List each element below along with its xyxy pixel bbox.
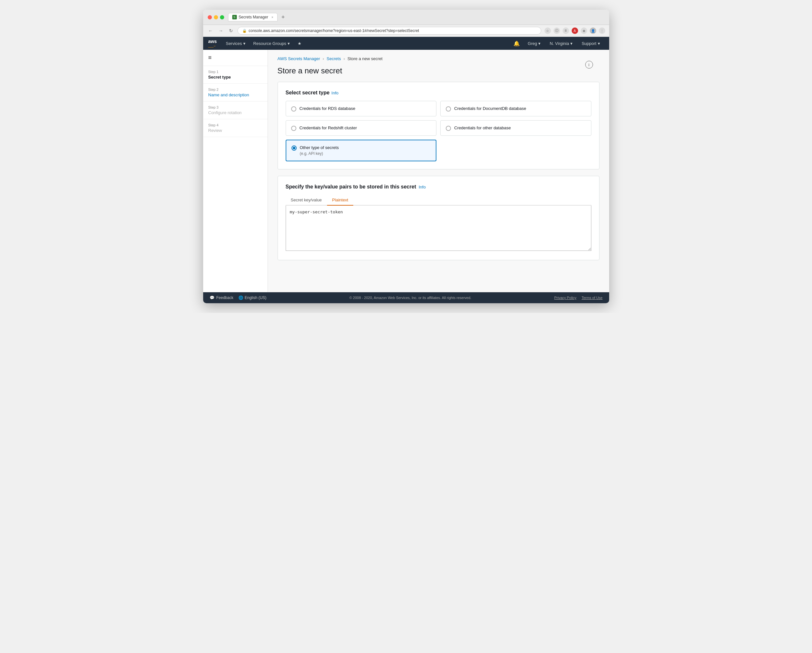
bookmark-icon[interactable]: ☆ [545,27,551,34]
tab-title: Secrets Manager [239,15,268,20]
user-name: Greg [528,41,537,46]
browser-info-icon[interactable]: ⓘ [554,27,560,34]
help-icon[interactable]: i [585,61,593,68]
breadcrumb-link-2[interactable]: Secrets [327,56,341,61]
support-menu[interactable]: Support ▾ [578,37,604,50]
address-bar: ← → ↻ 🔒 console.aws.amazon.com/secretsma… [203,25,609,37]
aws-logo-text: aws [208,39,217,44]
resource-groups-chevron: ▾ [288,41,290,46]
resource-groups-label: Resource Groups [253,41,286,46]
sidebar-step-3: Step 3 Configure rotation [203,102,267,119]
option-rds-label: Credentials for RDS database [299,106,356,111]
plaintext-textarea[interactable]: my-super-secret-token [285,205,591,251]
kv-tabs: Secret key/value Plaintext [285,195,591,205]
tab-plaintext[interactable]: Plaintext [327,195,354,205]
user-menu[interactable]: Greg ▾ [524,37,545,50]
footer: 💬 Feedback 🌐 English (US) © 2008 - 2020,… [203,292,609,303]
option-documentdb[interactable]: Credentials for DocumentDB database [440,101,591,116]
region-menu[interactable]: N. Virginia ▾ [546,37,577,50]
step-1-name[interactable]: Secret type [208,75,263,79]
secret-type-section-title: Select secret type Info [285,90,591,96]
aws-nav-right: 🔔 Greg ▾ N. Virginia ▾ Support ▾ [511,37,604,50]
star-icon: ★ [298,41,302,46]
kv-title-text: Specify the key/value pairs to be stored… [285,184,416,190]
step-4-label: Step 4 [208,123,263,127]
breadcrumb: AWS Secrets Manager › Secrets › Store a … [278,56,600,61]
page-title: Store a new secret [278,66,600,75]
breadcrumb-sep-1: › [322,56,324,61]
breadcrumb-current: Store a new secret [348,56,382,61]
close-button[interactable] [208,15,212,20]
menu-icon[interactable]: ⋮ [599,27,605,34]
url-bar[interactable]: 🔒 console.aws.amazon.com/secretsmanager/… [237,27,541,35]
option-other-label: Other type of secrets [300,145,339,151]
tab-bar: S Secrets Manager × + [228,13,604,21]
secret-type-card: Select secret type Info Credentials for … [278,82,600,169]
privacy-policy-link[interactable]: Privacy Policy [554,296,576,300]
tab-close-button[interactable]: × [272,15,273,19]
option-other-db[interactable]: Credentials for other database [440,120,591,136]
back-button[interactable]: ← [207,27,214,34]
resource-groups-menu[interactable]: Resource Groups ▾ [249,37,294,50]
refresh-button[interactable]: ↻ [228,27,234,34]
profile-icon[interactable]: 👤 [590,27,596,34]
kv-section-title: Specify the key/value pairs to be stored… [285,184,591,190]
lock-icon: 🔒 [242,29,247,33]
services-menu[interactable]: Services ▾ [222,37,249,50]
lang-icon: 🌐 [238,295,243,300]
kv-card: Specify the key/value pairs to be stored… [278,176,600,260]
option-other[interactable]: Other type of secrets (e.g. API key) [285,140,437,161]
option-redshift-label: Credentials for Redshift cluster [299,125,357,131]
footer-copyright: © 2008 - 2020, Amazon Web Services, Inc.… [350,296,472,300]
sidebar-step-1[interactable]: Step 1 Secret type [203,66,267,84]
footer-links: Privacy Policy Terms of Use [554,296,602,300]
radio-other-db[interactable] [446,126,451,131]
step-4-name: Review [208,128,263,133]
step-3-label: Step 3 [208,105,263,109]
favorites-icon[interactable]: ★ [294,37,305,50]
radio-other[interactable] [292,146,297,151]
browser-tab[interactable]: S Secrets Manager × [228,13,278,21]
option-other-sublabel: (e.g. API key) [300,151,339,157]
toolbar-icons: ☆ ⓘ ⠿ A ⊕ 👤 ⋮ [545,27,605,34]
aws-logo-smile: ___⌣ [208,44,217,48]
new-tab-button[interactable]: + [280,14,286,21]
sidebar-step-2[interactable]: Step 2 Name and description [203,84,267,102]
browser-titlebar: S Secrets Manager × + [203,10,609,25]
tab-secret-kv[interactable]: Secret key/value [285,195,327,205]
support-chevron: ▾ [598,41,600,46]
feedback-icon: 💬 [210,295,214,300]
aws-logo[interactable]: aws ___⌣ [208,39,217,48]
secret-type-title-text: Select secret type [285,90,330,96]
region-chevron: ▾ [570,41,572,46]
feedback-button[interactable]: 💬 Feedback [210,295,234,300]
options-grid: Credentials for RDS database Credentials… [285,101,591,136]
language-selector[interactable]: 🌐 English (US) [238,295,266,300]
footer-left: 💬 Feedback 🌐 English (US) [210,295,267,300]
sidebar: ≡ Step 1 Secret type Step 2 Name and des… [203,50,268,292]
minimize-button[interactable] [214,15,218,20]
secret-type-info-link[interactable]: Info [331,90,339,95]
aws-navbar: aws ___⌣ Services ▾ Resource Groups ▾ ★ … [203,37,609,50]
option-documentdb-label: Credentials for DocumentDB database [454,106,527,111]
option-redshift[interactable]: Credentials for Redshift cluster [285,120,437,136]
sidebar-step-4: Step 4 Review [203,119,267,137]
content-wrapper: i AWS Secrets Manager › Secrets › Store … [278,56,600,260]
radio-rds[interactable] [291,107,296,111]
maximize-button[interactable] [220,15,224,20]
breadcrumb-link-1[interactable]: AWS Secrets Manager [278,56,320,61]
extension-puzzle-icon[interactable]: ⠿ [563,27,569,34]
radio-redshift[interactable] [291,126,296,131]
kv-info-link[interactable]: Info [418,184,426,189]
step-2-name[interactable]: Name and description [208,93,263,97]
hamburger-menu[interactable]: ≡ [203,50,267,66]
step-3-name: Configure rotation [208,110,263,115]
forward-button[interactable]: → [217,27,224,34]
option-other-label-group: Other type of secrets (e.g. API key) [300,145,339,156]
adblock-icon[interactable]: A [572,27,578,34]
radio-documentdb[interactable] [446,107,451,111]
option-rds[interactable]: Credentials for RDS database [285,101,437,116]
extensions-icon[interactable]: ⊕ [581,27,587,34]
terms-link[interactable]: Terms of Use [582,296,603,300]
notifications-bell[interactable]: 🔔 [511,40,522,47]
